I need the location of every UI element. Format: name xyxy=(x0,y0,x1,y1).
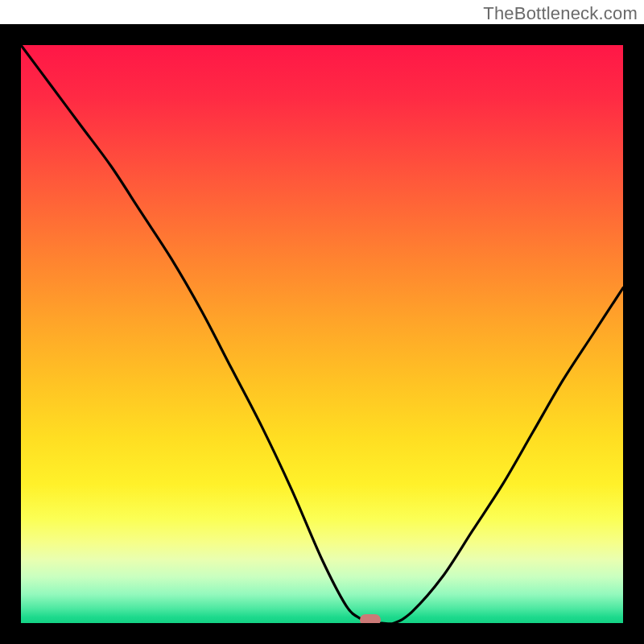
watermark-text: TheBottleneck.com xyxy=(483,3,638,24)
chart-container: TheBottleneck.com xyxy=(0,0,644,644)
bottleneck-curve xyxy=(21,45,623,623)
optimal-point-marker xyxy=(360,614,381,625)
chart-frame xyxy=(0,24,644,644)
chart-plot-area xyxy=(21,45,623,623)
